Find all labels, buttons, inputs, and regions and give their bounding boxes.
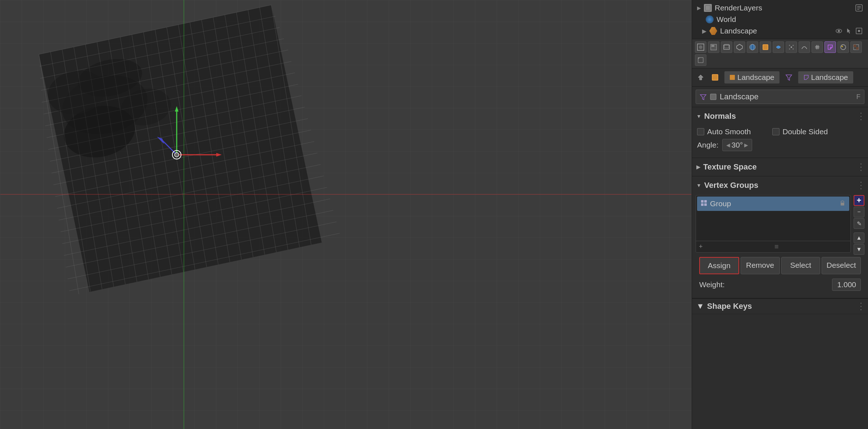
texture-tab-btn[interactable]: [850, 41, 862, 53]
expand-icon-renderlayers: ▶: [697, 5, 701, 11]
svg-point-74: [750, 44, 755, 50]
landscape-obj-icon: [709, 27, 717, 35]
move-down-btn[interactable]: ▼: [854, 244, 864, 255]
output-tab-btn[interactable]: [708, 41, 719, 53]
cursor-icon[interactable]: [845, 27, 853, 35]
angle-label: Angle:: [697, 141, 719, 149]
group-side-buttons: + − ✎ ▲ ▼: [854, 195, 864, 255]
weight-label: Weight:: [699, 280, 725, 289]
angle-row: Angle: ◀ 30° ▶: [697, 137, 863, 153]
filter-icon[interactable]: [784, 72, 794, 82]
normals-content: Auto Smooth Double Sided Angle: ◀ 30° ▶: [692, 123, 868, 155]
svg-rect-91: [704, 200, 707, 203]
texture-space-triangle: ▶: [696, 164, 700, 170]
group-list-empty: [696, 212, 850, 241]
object-tab-btn[interactable]: [760, 41, 771, 53]
svg-point-82: [841, 45, 846, 50]
world-tab-btn[interactable]: [747, 41, 758, 53]
svg-rect-76: [763, 45, 768, 50]
remove-group-btn[interactable]: −: [854, 207, 864, 217]
renderlayers-actions: [855, 4, 863, 12]
landscape-selector: Landscape F: [692, 87, 868, 107]
constraints-tab-btn[interactable]: [812, 41, 823, 53]
group-item-icon: [701, 200, 707, 208]
group-item-group[interactable]: Group: [697, 197, 849, 211]
3d-viewport[interactable]: [0, 0, 692, 429]
shape-keys-title: Shape Keys: [707, 302, 752, 311]
texture-space-header[interactable]: ▶ Texture Space: [692, 160, 868, 174]
snap-icon[interactable]: [696, 72, 706, 82]
edit-group-btn[interactable]: ✎: [854, 218, 864, 229]
angle-left-arrow[interactable]: ◀: [726, 142, 730, 148]
outliner-row-world[interactable]: World: [695, 14, 865, 25]
shape-keys-section[interactable]: ▼ Shape Keys: [692, 298, 868, 314]
data-tab-btn[interactable]: [824, 41, 836, 53]
svg-rect-89: [710, 94, 716, 100]
svg-rect-59: [706, 6, 710, 10]
double-sided-checkbox[interactable]: [772, 128, 779, 135]
vertex-groups-triangle: ▼: [696, 182, 701, 188]
particles-tab-btn[interactable]: [786, 41, 797, 53]
mesh-label-btn[interactable]: Landscape: [724, 71, 779, 83]
outliner-row-renderlayers[interactable]: ▶ RenderLayers: [695, 2, 865, 14]
select-btn[interactable]: Select: [781, 257, 820, 274]
svg-point-69: [699, 45, 702, 49]
shading-tab-btn[interactable]: [695, 54, 706, 66]
auto-smooth-checkbox[interactable]: [697, 128, 704, 135]
properties-toolbar: [692, 39, 868, 68]
group-list-with-controls: Group +: [696, 195, 864, 255]
expand-icon-landscape: ▶: [702, 28, 706, 35]
landscape-field[interactable]: Landscape F: [696, 90, 864, 104]
properties-context-header: Landscape Landscape: [692, 68, 868, 87]
renderlayers-action-icon[interactable]: [855, 4, 863, 12]
svg-rect-87: [712, 74, 718, 80]
svg-rect-86: [856, 47, 859, 50]
group-footer-equals: ≡: [706, 243, 847, 251]
angle-right-arrow[interactable]: ▶: [744, 142, 748, 148]
shape-keys-resize: [858, 303, 864, 310]
modifier-tab-btn[interactable]: [773, 41, 784, 53]
texture-space-resize: [858, 163, 864, 171]
remove-btn[interactable]: Remove: [741, 257, 780, 274]
material-label-btn[interactable]: Landscape: [798, 71, 853, 83]
object-small-icon[interactable]: [710, 72, 720, 82]
group-footer-plus[interactable]: +: [699, 243, 703, 250]
svg-rect-93: [704, 203, 707, 206]
scene-tab-btn[interactable]: [734, 41, 745, 53]
outliner-row-landscape[interactable]: ▶ Landscape: [695, 25, 865, 37]
vertex-groups-section: ▼ Vertex Groups: [692, 176, 868, 298]
texture-space-title: Texture Space: [703, 162, 757, 172]
move-up-btn[interactable]: ▲: [854, 232, 864, 243]
double-sided-item[interactable]: Double Sided: [772, 127, 828, 136]
render-tab-btn[interactable]: [695, 41, 706, 53]
visibility-icon[interactable]: [835, 27, 843, 35]
vertex-groups-header[interactable]: ▼ Vertex Groups: [692, 179, 868, 192]
normals-triangle: ▼: [696, 113, 701, 119]
group-list-main: Group +: [696, 195, 851, 255]
weight-value-field[interactable]: 1.000: [832, 279, 861, 291]
svg-rect-94: [841, 203, 844, 206]
group-lock-icon[interactable]: [839, 199, 846, 208]
svg-rect-92: [701, 203, 704, 206]
angle-field[interactable]: ◀ 30° ▶: [722, 139, 752, 151]
auto-smooth-item[interactable]: Auto Smooth: [697, 127, 751, 136]
svg-rect-88: [730, 75, 735, 80]
svg-point-78: [789, 45, 790, 46]
normals-header[interactable]: ▼ Normals: [692, 109, 868, 123]
normals-resize: [858, 113, 864, 120]
physics-tab-btn[interactable]: [799, 41, 810, 53]
add-group-btn[interactable]: +: [854, 195, 864, 206]
render-icon[interactable]: [855, 27, 863, 35]
shape-keys-content: [692, 314, 868, 328]
group-name: Group: [710, 199, 731, 208]
normals-title: Normals: [704, 112, 736, 121]
viewlayer-tab-btn[interactable]: [721, 41, 732, 53]
landscape-shortcut-f: F: [856, 93, 860, 101]
deselect-btn[interactable]: Deselect: [822, 257, 861, 274]
renderlayers-label: RenderLayers: [715, 4, 762, 12]
assign-btn[interactable]: Assign: [699, 257, 739, 274]
vertex-groups-title: Vertex Groups: [704, 181, 758, 190]
svg-rect-85: [854, 45, 856, 47]
shape-keys-triangle: ▼: [696, 302, 704, 311]
materials-tab-btn[interactable]: [837, 41, 849, 53]
